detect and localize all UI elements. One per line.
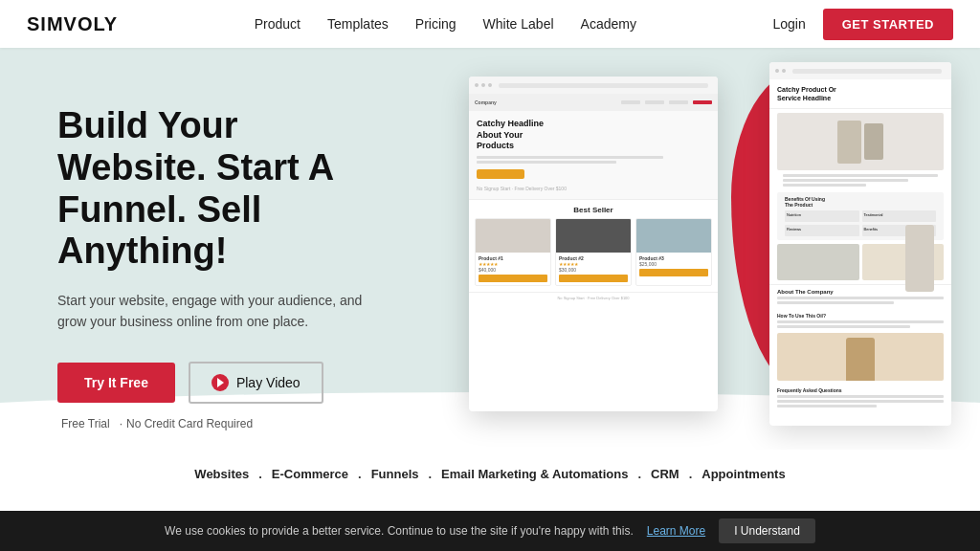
mock-product-3-price: $25,000 <box>639 261 708 267</box>
mock-hero-headline: Catchy HeadlineAbout YourProducts <box>477 119 710 152</box>
hero-content: Build Your Website. Start A Funnel. Sell… <box>0 67 440 469</box>
feature-appointments: Appointments <box>702 467 785 481</box>
mock-product-2-price: $30,000 <box>559 267 628 273</box>
mock-product-2-info: Product #2 ★★★★★ $30,000 <box>556 253 631 285</box>
feature-websites: Websites <box>194 467 249 481</box>
mock-product-3-img <box>636 219 711 253</box>
mock-footer-note: No Signup Start · Free Delivery Over $10… <box>469 292 718 303</box>
mockup-main: Company Catchy HeadlineAbout YourProduct… <box>469 77 718 411</box>
hero-subtext: Start your website, engage with your aud… <box>57 290 364 333</box>
cookie-text: We use cookies to provide a better servi… <box>165 524 634 538</box>
mockup2-headline: Catchy Product OrService Headline <box>769 79 951 109</box>
mock-brand: Company <box>475 99 503 105</box>
no-credit-note: No Credit Card Required <box>120 417 253 430</box>
mock-micro-text: No Signup Start · Free Delivery Over $10… <box>477 186 710 191</box>
mockup-nav-bar <box>469 77 718 94</box>
mock-add-btn-2 <box>559 275 628 282</box>
hero-note: Free Trial No Credit Card Required <box>57 417 392 430</box>
mock-product-1: Product #1 ★★★★★ $40,000 <box>475 218 551 286</box>
cookie-bar: We use cookies to provide a better servi… <box>0 511 980 551</box>
nav-pricing[interactable]: Pricing <box>415 16 457 32</box>
mock-url-bar <box>499 83 708 88</box>
feature-email: Email Marketing & Automations <box>441 467 628 481</box>
mock-product-2-img <box>556 219 631 253</box>
mock-product-1-info: Product #1 ★★★★★ $40,000 <box>476 253 550 285</box>
mockup2-faq: Frequently Asked Questions <box>769 385 951 412</box>
mock-dot-3 <box>488 83 492 87</box>
mock-add-btn-1 <box>479 275 547 282</box>
mock-best-seller: Best Seller <box>469 206 718 214</box>
nav-links: Product Templates Pricing White Label Ac… <box>255 15 636 33</box>
nav-white-label[interactable]: White Label <box>483 16 554 32</box>
try-free-button[interactable]: Try It Free <box>57 363 175 403</box>
mock-add-btn-3 <box>639 269 708 276</box>
free-trial-note: Free Trial <box>57 417 110 430</box>
mockup2-desc <box>769 174 951 192</box>
brand-logo: SIMVOLY <box>27 13 118 35</box>
mock-product-2: Product #2 ★★★★★ $30,000 <box>555 218 632 286</box>
get-started-button[interactable]: GET STARTED <box>823 9 953 40</box>
mockup2-nav-bar <box>769 62 951 79</box>
nav-product[interactable]: Product <box>255 16 301 32</box>
mockup2-hero-img <box>777 113 944 170</box>
hero-headline: Build Your Website. Start A Funnel. Sell… <box>57 105 392 273</box>
mock-sub-2 <box>477 161 616 164</box>
mock-dot-2 <box>481 83 485 87</box>
login-link[interactable]: Login <box>772 16 805 32</box>
cookie-learn-more[interactable]: Learn More <box>647 524 705 538</box>
mockup-secondary: Catchy Product OrService Headline Benefi… <box>769 62 951 426</box>
mock-sub-1 <box>477 156 663 159</box>
mockup2-how-to: How To Use This Oil? <box>769 310 951 333</box>
hero-buttons: Try It Free Play Video <box>57 362 392 404</box>
mock-dot-1 <box>475 83 479 87</box>
feature-ecommerce: E-Commerce <box>272 467 348 481</box>
mockup-subnav: Company <box>469 94 718 111</box>
play-icon <box>212 374 229 391</box>
hero-mockups: Company Catchy HeadlineAbout YourProduct… <box>440 48 980 488</box>
hero-section: Build Your Website. Start A Funnel. Sell… <box>0 48 980 488</box>
mock-product-1-img <box>476 219 550 253</box>
mockup-hero-area: Catchy HeadlineAbout YourProducts No Sig… <box>469 111 718 200</box>
nav-right: Login GET STARTED <box>772 9 953 40</box>
mock-products-row: Product #1 ★★★★★ $40,000 Product #2 ★★★★… <box>469 218 718 292</box>
cookie-accept-button[interactable]: I Understand <box>719 518 815 543</box>
navigation: SIMVOLY Product Templates Pricing White … <box>0 0 980 48</box>
nav-academy[interactable]: Academy <box>581 16 636 32</box>
features-bar: Websites . E-Commerce . Funnels . Email … <box>0 450 980 497</box>
mock-product-3: Product #3 $25,000 <box>635 218 712 286</box>
mock-cta-btn <box>477 169 524 179</box>
mockup2-product-img <box>896 225 944 292</box>
nav-templates[interactable]: Templates <box>327 16 389 32</box>
feature-funnels: Funnels <box>371 467 419 481</box>
feature-crm: CRM <box>651 467 679 481</box>
play-video-button[interactable]: Play Video <box>189 362 323 404</box>
mockup2-person <box>769 333 951 385</box>
mock-product-3-info: Product #3 $25,000 <box>636 253 711 279</box>
mock-product-1-price: $40,000 <box>479 267 547 273</box>
